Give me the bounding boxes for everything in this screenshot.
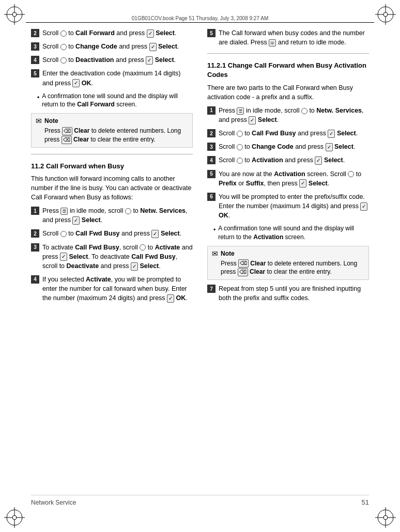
select-icon: ✓ xyxy=(167,294,174,303)
divider-right xyxy=(207,53,369,54)
step-r2-text: Scroll to Call Fwd Busy and press ✓ Sele… xyxy=(219,129,369,138)
corner-decoration-br xyxy=(375,507,396,528)
step-num-5-left: 5 xyxy=(31,69,39,77)
step-11-2-4-text: If you selected Activate, you will be pr… xyxy=(42,275,193,303)
step-5-right-text: The Call forward when busy codes and the… xyxy=(219,28,369,47)
section-11-2-1-heading: 11.2.1 Change Call Forward when Busy Act… xyxy=(207,61,369,80)
bullet-dot-right: • xyxy=(213,226,216,234)
corner-decoration-bl xyxy=(4,507,25,528)
scroll-icon xyxy=(125,208,131,214)
step-5-left: 5 Enter the deactivation code (maximum 1… xyxy=(31,69,193,87)
menu-icon: ☰ xyxy=(60,208,68,215)
step-num-r1: 1 xyxy=(207,106,216,115)
step-num-11-2-3: 3 xyxy=(31,243,39,252)
step-r3: 3 Scroll to Change Code and press ✓ Sele… xyxy=(207,142,369,151)
scroll-icon xyxy=(301,108,307,114)
scroll-icon xyxy=(60,30,67,37)
select-icon: ✓ xyxy=(360,202,367,211)
bullet-confirmation-text: A confirmation tone will sound and the d… xyxy=(42,92,193,109)
bullet-confirmation-right-text: A confirmation tone will sound and the d… xyxy=(218,224,369,242)
section-11-2-1-intro: There are two parts to the Call Forward … xyxy=(207,83,369,102)
step-5-right: 5 The Call forward when busy codes and t… xyxy=(207,28,369,47)
select-icon: ✓ xyxy=(315,157,322,165)
footer-right: 51 xyxy=(362,498,369,506)
scroll-icon xyxy=(237,131,243,137)
note-title-left: Note xyxy=(44,117,188,126)
step-r3-text: Scroll to Change Code and press ✓ Select… xyxy=(219,142,369,151)
bullet-dot: • xyxy=(37,93,39,102)
select-icon: ✓ xyxy=(60,253,67,261)
step-r5: 5 You are now at the Activation screen. … xyxy=(207,169,369,188)
note-box-right: ✉ Note Press ⌫ Clear to delete entered n… xyxy=(207,246,369,280)
note-text-right: Note Press ⌫ Clear to delete entered num… xyxy=(221,249,364,276)
scroll-icon xyxy=(348,171,354,177)
header-text: 01GB01COV.book Page 51 Thursday, July 3,… xyxy=(132,15,268,21)
right-column: 5 The Call forward when busy codes and t… xyxy=(207,28,369,496)
footer-left: Network Service xyxy=(31,499,76,506)
step-r2: 2 Scroll to Call Fwd Busy and press ✓ Se… xyxy=(207,129,369,138)
divider-left xyxy=(31,154,193,154)
clear-long-icon: ⌫ xyxy=(61,136,72,144)
step-r4-text: Scroll to Activation and press ✓ Select. xyxy=(219,155,369,165)
step-r5-text: You are now at the Activation screen. Sc… xyxy=(219,169,369,188)
scroll-icon xyxy=(60,231,67,237)
step-4: 4 Scroll to Deactivation and press ✓ Sel… xyxy=(31,55,193,65)
scroll-icon xyxy=(60,44,67,50)
step-2: 2 Scroll to Call Forward and press ✓ Sel… xyxy=(31,28,193,38)
step-11-2-3: 3 To activate Call Fwd Busy, scroll to A… xyxy=(31,243,193,271)
note-text-left: Note Press ⌫ Clear to delete entered num… xyxy=(44,117,188,144)
step-r7-text: Repeat from step 5 until you are finishe… xyxy=(219,284,369,303)
step-num-r4: 4 xyxy=(207,156,216,164)
svg-point-16 xyxy=(383,515,388,520)
select-icon: ✓ xyxy=(249,116,256,124)
note-title-right: Note xyxy=(221,249,364,258)
select-icon: ✓ xyxy=(149,43,157,51)
step-num-5-right: 5 xyxy=(207,29,216,37)
svg-point-3 xyxy=(12,12,17,17)
select-icon: ✓ xyxy=(299,179,306,187)
step-11-2-4: 4 If you selected Activate, you will be … xyxy=(31,275,193,303)
step-num-11-2-4: 4 xyxy=(31,275,39,284)
step-num-4: 4 xyxy=(31,56,39,64)
bullet-confirmation: • A confirmation tone will sound and the… xyxy=(37,92,193,109)
bullet-confirmation-right: • A confirmation tone will sound and the… xyxy=(213,224,369,242)
select-icon: ✓ xyxy=(72,216,80,225)
select-icon: ✓ xyxy=(328,130,335,138)
step-2-text: Scroll to Call Forward and press ✓ Selec… xyxy=(42,28,193,38)
step-r4: 4 Scroll to Activation and press ✓ Selec… xyxy=(207,155,369,165)
end-icon: ☏ xyxy=(269,39,276,46)
select-icon: ✓ xyxy=(326,143,333,151)
step-num-3: 3 xyxy=(31,42,39,51)
corner-decoration-tr xyxy=(375,4,396,25)
step-r1: 1 Press ☰ in idle mode, scroll to Netw. … xyxy=(207,106,369,124)
scroll-icon xyxy=(60,57,67,64)
step-11-2-3-text: To activate Call Fwd Busy, scroll to Act… xyxy=(42,243,193,271)
menu-icon: ☰ xyxy=(237,107,244,115)
section-11-2-heading: 11.2 Call Forward when Busy xyxy=(31,162,193,171)
select-icon: ✓ xyxy=(146,56,153,65)
step-num-r2: 2 xyxy=(207,129,216,137)
clear-icon: ⌫ xyxy=(62,127,72,135)
step-num-r5: 5 xyxy=(207,170,216,178)
footer: Network Service 51 xyxy=(31,495,369,506)
select-icon: ✓ xyxy=(72,79,80,87)
step-3-text: Scroll to Change Code and press ✓ Select… xyxy=(42,42,193,51)
svg-point-12 xyxy=(12,515,17,520)
step-r6-text: You will be prompted to enter the prefix… xyxy=(219,192,369,220)
step-11-2-1: 1 Press ☰ in idle mode, scroll to Netw. … xyxy=(31,206,193,225)
step-num-2: 2 xyxy=(31,29,39,37)
step-r1-text: Press ☰ in idle mode, scroll to Netw. Se… xyxy=(219,106,369,124)
clear-icon-r: ⌫ xyxy=(238,259,249,268)
scroll-icon xyxy=(237,158,243,164)
step-num-r6: 6 xyxy=(207,193,216,201)
svg-point-7 xyxy=(383,12,388,17)
section-11-2-intro: This function will forward incoming call… xyxy=(31,174,193,202)
step-num-r3: 3 xyxy=(207,143,216,151)
step-num-11-2-2: 2 xyxy=(31,229,39,238)
note-icon-right: ✉ xyxy=(212,249,218,258)
note-icon-left: ✉ xyxy=(36,117,42,125)
select-icon: ✓ xyxy=(151,230,159,238)
step-num-r7: 7 xyxy=(207,285,216,293)
step-r7: 7 Repeat from step 5 until you are finis… xyxy=(207,284,369,303)
step-5-left-text: Enter the deactivation code (maximum 14 … xyxy=(42,69,193,87)
